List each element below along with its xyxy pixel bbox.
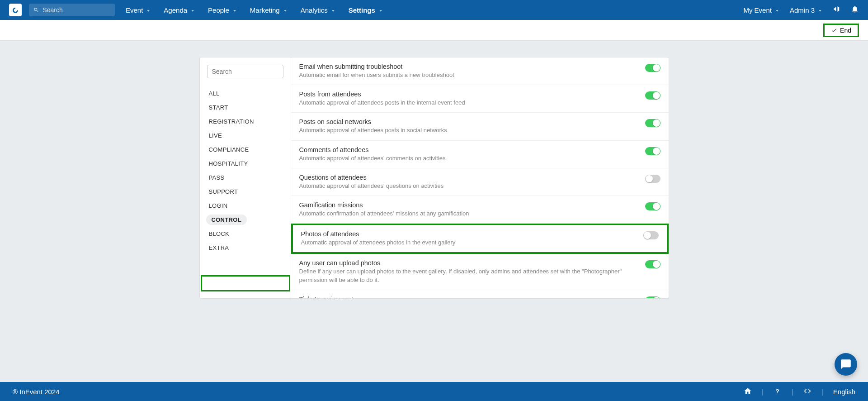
highlight-sidebar [201, 275, 290, 291]
setting-desc: Automatic approval of attendees photos i… [301, 239, 640, 247]
main-nav: EventAgendaPeopleMarketingAnalyticsSetti… [126, 6, 383, 14]
setting-desc: Automatic approval of attendees posts in… [299, 99, 642, 107]
megaphone-icon[interactable] [833, 5, 841, 15]
sidebar-item-login[interactable]: LOGIN [207, 199, 283, 213]
footer: ® InEvent 2024 | ? | | English [0, 382, 868, 401]
code-icon[interactable] [803, 387, 811, 396]
setting-title: Email when submitting troubleshoot [299, 63, 642, 70]
setting-desc: Automatic email for when users submits a… [299, 71, 642, 79]
nav-item-people[interactable]: People [208, 6, 237, 14]
language-selector[interactable]: English [833, 388, 855, 396]
bell-icon[interactable] [851, 5, 859, 15]
footer-copyright: ® InEvent 2024 [13, 388, 60, 396]
sidebar-item-start[interactable]: START [207, 100, 283, 115]
toggle[interactable] [645, 91, 660, 100]
setting-row: Ticket requirementDefine if tickets are … [291, 290, 669, 298]
end-button[interactable]: End [823, 24, 859, 37]
setting-row: Posts on social networksAutomatic approv… [291, 113, 669, 140]
toggle[interactable] [645, 147, 660, 155]
event-selector[interactable]: My Event [743, 6, 780, 14]
nav-label: Agenda [164, 6, 187, 14]
chevron-down-icon [378, 7, 383, 13]
toggle[interactable] [645, 64, 660, 72]
sidebar-search-input[interactable] [207, 65, 283, 78]
sidebar-item-control[interactable]: CONTROL [207, 213, 283, 227]
top-navbar: EventAgendaPeopleMarketingAnalyticsSetti… [0, 0, 868, 20]
sidebar-item-registration[interactable]: REGISTRATION [207, 115, 283, 129]
search-icon [33, 7, 39, 13]
setting-title: Any user can upload photos [299, 259, 642, 267]
chevron-down-icon [190, 7, 195, 13]
sidebar-item-all[interactable]: ALL [207, 86, 283, 100]
nav-label: Analytics [301, 6, 328, 14]
nav-item-event[interactable]: Event [126, 6, 151, 14]
setting-title: Comments of attendees [299, 146, 642, 153]
sidebar-item-compliance[interactable]: COMPLIANCE [207, 143, 283, 157]
nav-item-agenda[interactable]: Agenda [164, 6, 195, 14]
settings-list[interactable]: Email when submitting troubleshootAutoma… [291, 57, 669, 298]
help-icon[interactable]: ? [774, 387, 782, 396]
setting-row: Gamification missionsAutomatic confirmat… [291, 196, 669, 224]
chevron-down-icon [232, 7, 237, 13]
setting-desc: Automatic approval of attendees posts in… [299, 126, 642, 134]
settings-panel: ALLSTARTREGISTRATIONLIVECOMPLIANCEHOSPIT… [199, 57, 669, 299]
admin-menu[interactable]: Admin 3 [790, 6, 823, 14]
admin-label: Admin 3 [790, 6, 815, 14]
nav-label: Event [126, 6, 143, 14]
action-bar: End [0, 20, 868, 41]
content-area: ALLSTARTREGISTRATIONLIVECOMPLIANCEHOSPIT… [0, 41, 868, 315]
sidebar-item-pass[interactable]: PASS [207, 171, 283, 185]
setting-row: Questions of attendeesAutomatic approval… [291, 168, 669, 196]
sidebar-item-support[interactable]: SUPPORT [207, 185, 283, 199]
topbar-right: My Event Admin 3 [743, 5, 859, 15]
toggle[interactable] [645, 260, 660, 268]
setting-title: Posts on social networks [299, 118, 642, 125]
settings-sidebar: ALLSTARTREGISTRATIONLIVECOMPLIANCEHOSPIT… [200, 57, 291, 298]
brand-logo[interactable] [9, 4, 22, 16]
sidebar-item-block[interactable]: BLOCK [207, 227, 283, 241]
nav-item-settings[interactable]: Settings [349, 6, 383, 14]
sidebar-item-live[interactable]: LIVE [207, 129, 283, 143]
setting-title: Photos of attendees [301, 230, 640, 238]
toggle[interactable] [645, 119, 660, 127]
setting-desc: Automatic confirmation of attendees' mis… [299, 210, 642, 218]
setting-title: Ticket requirement [299, 296, 642, 298]
chevron-down-icon [330, 7, 336, 13]
check-icon [831, 27, 837, 33]
toggle[interactable] [645, 175, 660, 183]
chat-icon [840, 358, 852, 370]
setting-title: Questions of attendees [299, 174, 642, 181]
setting-title: Posts from attendees [299, 91, 642, 98]
toggle[interactable] [643, 231, 659, 239]
setting-desc: Define if any user can upload photos to … [299, 267, 642, 284]
nav-label: Marketing [250, 6, 280, 14]
nav-label: People [208, 6, 229, 14]
chevron-down-icon [774, 7, 780, 13]
global-search-input[interactable] [42, 6, 110, 14]
setting-row: Any user can upload photosDefine if any … [291, 254, 669, 290]
setting-title: Gamification missions [299, 201, 642, 209]
chat-widget[interactable] [835, 353, 857, 376]
chevron-down-icon [817, 7, 823, 13]
setting-row: Email when submitting troubleshootAutoma… [291, 57, 669, 85]
end-button-label: End [840, 27, 851, 34]
sidebar-item-extra[interactable]: EXTRA [207, 241, 283, 255]
global-search[interactable] [29, 4, 115, 16]
setting-row: Comments of attendeesAutomatic approval … [291, 141, 669, 168]
nav-item-marketing[interactable]: Marketing [250, 6, 288, 14]
nav-label: Settings [349, 6, 375, 14]
setting-row: Posts from attendeesAutomatic approval o… [291, 85, 669, 113]
nav-item-analytics[interactable]: Analytics [301, 6, 336, 14]
toggle[interactable] [645, 202, 660, 210]
setting-desc: Automatic approval of attendees' questio… [299, 182, 642, 190]
chevron-down-icon [146, 7, 151, 13]
setting-row: Photos of attendeesAutomatic approval of… [291, 224, 669, 254]
svg-text:?: ? [775, 387, 779, 394]
setting-desc: Automatic approval of attendees' comment… [299, 154, 642, 162]
toggle[interactable] [645, 296, 660, 298]
home-icon[interactable] [744, 387, 752, 396]
event-selector-label: My Event [743, 6, 772, 14]
sidebar-item-hospitality[interactable]: HOSPITALITY [207, 157, 283, 171]
chevron-down-icon [283, 7, 288, 13]
